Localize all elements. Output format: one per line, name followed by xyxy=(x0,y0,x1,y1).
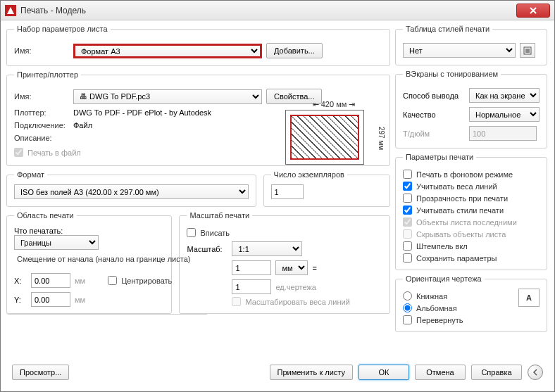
pagesetup-name-select[interactable]: Формат А3 xyxy=(73,44,262,58)
desc-label: Описание: xyxy=(14,134,69,142)
orientation-group: Ориентация чертежа Книжная Альбомная Пер… xyxy=(395,274,547,332)
opt-st-label: Учитывать стили печати xyxy=(416,206,504,215)
page-setup-group: Набор параметров листа Имя: Формат А3 До… xyxy=(6,25,390,66)
window-title: Печать - Модель xyxy=(20,6,516,15)
equals-sign: = xyxy=(312,264,316,272)
opt-pl-label: Объекты листа последними xyxy=(416,218,517,227)
plot-style-edit-button[interactable] xyxy=(520,43,535,58)
opt-pl-checkbox xyxy=(403,217,412,227)
quality-label: Качество xyxy=(403,110,465,119)
printer-name-label: Имя: xyxy=(14,92,69,101)
plotter-label: Плоттер: xyxy=(14,108,69,117)
plot-to-file-checkbox xyxy=(14,148,23,157)
paper-preview: ⇤ 420 мм ⇥ 297 мм xyxy=(285,100,382,167)
plot-styles-legend: Таблица стилей печати xyxy=(403,25,492,33)
printer-name-select[interactable]: 🖶 DWG To PDF.pc3 xyxy=(73,89,262,104)
dpi-label: Т/дюйм xyxy=(403,129,465,138)
plotter-value: DWG To PDF - PDF ePlot - by Autodesk xyxy=(73,108,211,117)
paper-dim-right: 297 мм xyxy=(366,110,385,167)
cancel-button[interactable]: Отмена xyxy=(415,365,466,380)
shade-out-select[interactable]: Как на экране xyxy=(469,88,540,103)
opt-hide-label: Скрывать объекты листа xyxy=(416,230,506,239)
center-label: Центрировать xyxy=(121,277,172,285)
opt-lw-checkbox[interactable] xyxy=(403,182,412,191)
opt-stamp-label: Штемпель вкл xyxy=(416,242,468,251)
shaded-legend: ВЭкраны с тонированием xyxy=(403,70,501,78)
scale-unit-select[interactable]: мм xyxy=(275,260,308,275)
scale-select[interactable]: 1:1 xyxy=(232,241,302,256)
landscape-radio[interactable] xyxy=(403,303,412,312)
quality-select[interactable]: Нормальное xyxy=(469,107,540,122)
opt-bg-checkbox[interactable] xyxy=(403,170,412,179)
opt-hide-checkbox xyxy=(403,229,412,239)
opt-save-label: Сохранить параметры xyxy=(416,254,497,263)
opt-st-checkbox[interactable] xyxy=(403,206,412,215)
fit-to-paper-label: Вписать xyxy=(200,229,230,237)
plot-area-hatch xyxy=(290,115,359,160)
edit-icon xyxy=(523,46,532,55)
help-button[interactable]: Справка xyxy=(471,365,522,380)
expand-toggle[interactable] xyxy=(528,365,543,380)
chevron-left-icon xyxy=(532,369,538,376)
ok-button[interactable]: ОК xyxy=(358,365,409,380)
opt-stamp-checkbox[interactable] xyxy=(403,241,412,251)
orientation-icon: A xyxy=(518,289,540,307)
offset-x-label: X: xyxy=(14,277,27,285)
opt-tr-label: Прозрачность при печати xyxy=(416,194,508,203)
offset-x-input[interactable] xyxy=(31,273,70,288)
close-button[interactable] xyxy=(516,4,550,18)
opt-save-checkbox[interactable] xyxy=(403,253,412,263)
close-icon xyxy=(530,7,537,14)
shade-out-label: Способ вывода xyxy=(403,91,465,100)
dpi-input xyxy=(469,126,537,141)
scale-lw-label: Масштабировать веса линий xyxy=(245,298,349,306)
plot-dialog: Печать - Модель Набор параметров листа И… xyxy=(0,0,555,392)
offset-x-mm: мм xyxy=(75,277,85,285)
conn-label: Подключение: xyxy=(14,121,69,129)
fit-to-paper-checkbox[interactable] xyxy=(187,228,196,237)
printer-legend: Принтер/плоттер xyxy=(14,70,81,79)
scale-lw-checkbox xyxy=(232,297,241,306)
paper-sheet xyxy=(285,110,364,165)
plot-area-legend: Область печати xyxy=(14,211,77,220)
preview-button[interactable]: Просмотр... xyxy=(12,365,69,380)
paper-format-group: Формат ISO без полей A3 (420.00 x 297.00… xyxy=(6,170,256,207)
copies-stepper[interactable]: 1 xyxy=(271,184,304,199)
center-checkbox[interactable] xyxy=(108,276,117,285)
app-icon xyxy=(5,5,16,16)
add-pagesetup-button[interactable]: Добавить... xyxy=(266,43,323,58)
plot-style-select[interactable]: Нет xyxy=(403,43,516,58)
reverse-label: Перевернуть xyxy=(416,316,463,324)
reverse-checkbox[interactable] xyxy=(403,315,412,324)
titlebar: Печать - Модель xyxy=(1,1,554,20)
what-to-plot-select[interactable]: Границы xyxy=(14,235,99,250)
apply-button[interactable]: Применить к листу xyxy=(270,365,354,380)
offset-y-mm: мм xyxy=(75,296,85,304)
paper-format-select[interactable]: ISO без полей A3 (420.00 x 297.00 мм) xyxy=(14,184,249,199)
paper-dim-top: ⇤ 420 мм ⇥ xyxy=(313,100,356,108)
svg-rect-2 xyxy=(525,49,530,53)
shaded-viewports-group: ВЭкраны с тонированием Способ вывода Как… xyxy=(395,70,547,148)
plot-options-group: Параметры печати Печать в фоновом режиме… xyxy=(395,153,547,270)
portrait-radio[interactable] xyxy=(403,291,412,301)
portrait-label: Книжная xyxy=(416,292,447,301)
offset-y-input[interactable] xyxy=(31,292,70,307)
plot-to-file-label: Печать в файл xyxy=(27,148,81,157)
scale-input-1[interactable] xyxy=(232,260,271,275)
what-to-plot-label: Что печатать: xyxy=(14,227,63,235)
opt-bg-label: Печать в фоновом режиме xyxy=(416,170,513,179)
conn-value: Файл xyxy=(73,121,92,129)
scale-input-2[interactable] xyxy=(232,279,271,294)
paper-format-legend: Формат xyxy=(14,170,47,179)
printer-group: Принтер/плоттер Имя: 🖶 DWG To PDF.pc3 Св… xyxy=(6,70,390,166)
pagesetup-name-label: Имя: xyxy=(14,46,69,55)
opt-tr-checkbox[interactable] xyxy=(403,194,412,203)
opt-lw-label: Учитывать веса линий xyxy=(416,182,497,191)
landscape-label: Альбомная xyxy=(416,304,457,312)
orientation-legend: Ориентация чертежа xyxy=(403,274,485,283)
offset-y-label: Y: xyxy=(14,296,27,304)
copies-legend: Число экземпляров xyxy=(271,170,347,179)
offset-legend: Смещение от начала (начало на границе ли… xyxy=(14,255,193,263)
plot-scale-group: Масштаб печати Вписать Масштаб: 1:1 мм = xyxy=(179,211,390,314)
plot-scale-legend: Масштаб печати xyxy=(187,211,252,220)
